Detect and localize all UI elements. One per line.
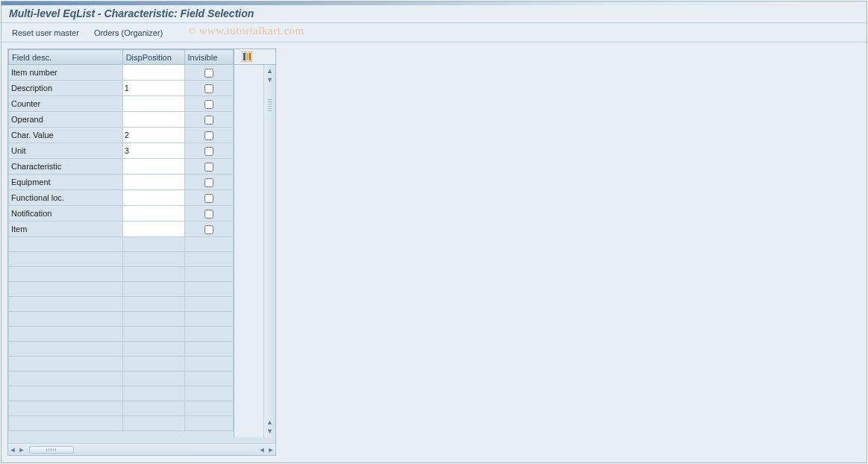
cell-field-desc[interactable]: [9, 386, 123, 401]
disp-position-input[interactable]: [123, 144, 184, 157]
table-row[interactable]: Char. Value: [9, 128, 234, 143]
table-row[interactable]: Equipment: [9, 175, 234, 190]
cell-invisible[interactable]: [184, 416, 233, 431]
cell-disp-position[interactable]: [122, 327, 184, 342]
table-row[interactable]: [9, 342, 234, 357]
disp-position-input[interactable]: [123, 160, 184, 173]
cell-disp-position[interactable]: [122, 190, 184, 206]
cell-field-desc[interactable]: Characteristic: [9, 159, 123, 175]
cell-field-desc[interactable]: Equipment: [9, 175, 123, 190]
cell-field-desc[interactable]: [9, 237, 123, 252]
cell-invisible[interactable]: [184, 190, 233, 206]
invisible-checkbox[interactable]: [204, 116, 213, 125]
cell-disp-position[interactable]: [122, 282, 184, 297]
table-row[interactable]: Item number: [9, 65, 234, 81]
disp-position-input[interactable]: [123, 128, 184, 142]
cell-disp-position[interactable]: [122, 252, 184, 267]
cell-invisible[interactable]: [184, 267, 233, 282]
cell-disp-position[interactable]: [122, 237, 184, 252]
cell-invisible[interactable]: [184, 386, 233, 401]
cell-invisible[interactable]: [184, 357, 233, 371]
disp-position-input[interactable]: [123, 81, 184, 95]
table-row[interactable]: Operand: [9, 112, 234, 128]
cell-disp-position[interactable]: [122, 267, 184, 282]
scroll-left-icon[interactable]: ◄: [8, 445, 17, 454]
cell-disp-position[interactable]: [122, 386, 184, 401]
disp-position-input[interactable]: [123, 97, 184, 110]
cell-invisible[interactable]: [184, 159, 233, 175]
cell-disp-position[interactable]: [122, 342, 184, 357]
reset-user-master-button[interactable]: Reset user master: [7, 26, 84, 40]
col-header-field-desc[interactable]: Field desc.: [9, 50, 123, 65]
cell-invisible[interactable]: [184, 252, 233, 267]
scroll-down-near-top-icon[interactable]: ▼: [266, 75, 275, 84]
disp-position-input[interactable]: [123, 191, 184, 204]
cell-invisible[interactable]: [184, 327, 233, 342]
invisible-checkbox[interactable]: [204, 69, 213, 78]
cell-invisible[interactable]: [184, 112, 233, 128]
cell-field-desc[interactable]: Notification: [9, 206, 123, 222]
scroll-up-icon[interactable]: ▲: [266, 66, 275, 75]
cell-field-desc[interactable]: Item: [9, 222, 123, 237]
scroll-left-near-right-icon[interactable]: ◄: [257, 445, 266, 454]
table-row[interactable]: [9, 386, 234, 401]
cell-field-desc[interactable]: [9, 357, 123, 371]
cell-invisible[interactable]: [184, 206, 233, 222]
table-row[interactable]: Description: [9, 81, 234, 96]
cell-disp-position[interactable]: [122, 401, 184, 416]
disp-position-input[interactable]: [123, 222, 184, 236]
invisible-checkbox[interactable]: [204, 225, 213, 234]
col-header-disp-position[interactable]: DispPosition: [122, 50, 184, 65]
table-row[interactable]: Notification: [9, 206, 234, 222]
scroll-right-icon[interactable]: ►: [266, 445, 275, 454]
scroll-up-near-bottom-icon[interactable]: ▲: [266, 418, 275, 427]
table-row[interactable]: [9, 416, 234, 431]
cell-field-desc[interactable]: [9, 416, 123, 431]
cell-field-desc[interactable]: Item number: [9, 65, 123, 81]
cell-invisible[interactable]: [184, 96, 233, 112]
cell-invisible[interactable]: [184, 342, 233, 357]
disp-position-input[interactable]: [123, 66, 184, 79]
cell-invisible[interactable]: [184, 143, 233, 159]
cell-field-desc[interactable]: Unit: [9, 143, 123, 159]
cell-disp-position[interactable]: [122, 159, 184, 175]
cell-field-desc[interactable]: Description: [9, 81, 123, 96]
disp-position-input[interactable]: [123, 113, 184, 126]
table-row[interactable]: [9, 237, 234, 252]
cell-field-desc[interactable]: [9, 342, 123, 357]
cell-field-desc[interactable]: Char. Value: [9, 128, 123, 143]
cell-disp-position[interactable]: [122, 206, 184, 222]
cell-invisible[interactable]: [184, 312, 233, 327]
scroll-grip-icon[interactable]: [268, 99, 272, 113]
cell-disp-position[interactable]: [122, 81, 184, 96]
table-row[interactable]: [9, 371, 234, 386]
table-row[interactable]: [9, 327, 234, 342]
disp-position-input[interactable]: [123, 175, 184, 189]
table-row[interactable]: Characteristic: [9, 159, 234, 175]
cell-invisible[interactable]: [184, 371, 233, 386]
cell-field-desc[interactable]: [9, 312, 123, 327]
cell-field-desc[interactable]: [9, 252, 123, 267]
table-row[interactable]: [9, 357, 234, 371]
cell-disp-position[interactable]: [122, 222, 184, 237]
cell-disp-position[interactable]: [122, 357, 184, 371]
invisible-checkbox[interactable]: [204, 210, 213, 219]
table-settings-icon[interactable]: [242, 51, 252, 62]
disp-position-input[interactable]: [123, 207, 184, 220]
invisible-checkbox[interactable]: [204, 147, 213, 156]
table-row[interactable]: Counter: [9, 96, 234, 112]
cell-disp-position[interactable]: [122, 128, 184, 143]
scroll-right-near-left-icon[interactable]: ►: [17, 445, 26, 454]
cell-field-desc[interactable]: [9, 267, 123, 282]
cell-invisible[interactable]: [184, 81, 233, 96]
table-row[interactable]: Item: [9, 222, 234, 237]
scroll-down-icon[interactable]: ▼: [266, 427, 275, 436]
cell-invisible[interactable]: [184, 297, 233, 312]
table-row[interactable]: [9, 401, 234, 416]
table-row[interactable]: [9, 282, 234, 297]
invisible-checkbox[interactable]: [204, 131, 213, 140]
cell-field-desc[interactable]: Functional loc.: [9, 190, 123, 206]
cell-disp-position[interactable]: [122, 96, 184, 112]
cell-disp-position[interactable]: [122, 143, 184, 159]
cell-field-desc[interactable]: Counter: [9, 96, 123, 112]
